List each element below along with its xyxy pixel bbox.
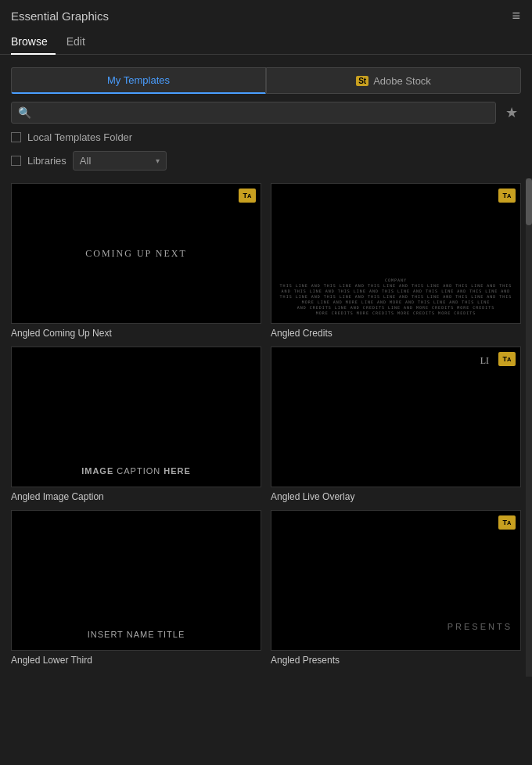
template-thumbnail: PRESENTS TA [271,510,521,651]
template-name: Angled Presents [271,655,521,666]
thumb-label: PRESENTS [448,622,512,631]
adobe-stock-button[interactable]: St Adobe Stock [266,67,521,94]
chevron-down-icon: ▾ [156,156,160,165]
template-badge: TA [239,189,256,203]
stock-badge: St [356,76,368,86]
template-name: Angled Image Caption [11,491,261,502]
thumb-label: LI [480,355,489,367]
app-title: Essential Graphics [11,9,109,23]
template-thumbnail: LI TA [271,347,521,487]
list-item[interactable]: COMING UP NEXT TA Angled Coming Up Next [11,183,261,339]
tab-bar: Browse Edit [0,31,532,55]
libraries-dropdown-value: All [80,155,151,167]
template-name: Angled Live Overlay [271,491,521,502]
template-name: Angled Credits [271,328,521,339]
libraries-checkbox[interactable] [11,156,21,166]
list-item[interactable]: COMPANY THIS LINE AND THIS LINE AND THIS… [271,183,521,339]
list-item[interactable]: INSERT NAME TITLE Angled Lower Third [11,510,261,666]
local-templates-filter: Local Templates Folder [0,127,532,148]
template-thumbnail: INSERT NAME TITLE [11,510,261,651]
template-name: Angled Coming Up Next [11,328,261,339]
list-item[interactable]: LI TA Angled Live Overlay [271,347,521,502]
search-icon: 🔍 [18,106,31,119]
libraries-filter: Libraries All ▾ [0,148,532,178]
local-templates-label: Local Templates Folder [27,131,132,143]
search-input[interactable] [36,107,489,119]
template-grid: COMING UP NEXT TA Angled Coming Up Next … [0,178,532,677]
template-source-toggle: My Templates St Adobe Stock [0,63,532,99]
template-badge: TA [498,352,516,366]
libraries-dropdown[interactable]: All ▾ [73,151,167,171]
template-badge: TA [498,189,516,203]
template-thumbnail: IMAGE CAPTION HERE [11,347,261,487]
my-templates-button[interactable]: My Templates [11,67,266,94]
header: Essential Graphics ≡ [0,0,532,31]
favorites-button[interactable]: ★ [502,102,521,123]
local-templates-checkbox[interactable] [11,132,21,142]
list-item[interactable]: PRESENTS TA Angled Presents [271,510,521,666]
tab-browse[interactable]: Browse [11,31,56,54]
thumb-label: COMING UP NEXT [85,248,187,260]
template-thumbnail: COMING UP NEXT TA [11,183,261,324]
menu-icon[interactable]: ≡ [512,8,521,24]
thumb-label: INSERT NAME TITLE [88,630,185,639]
search-bar: 🔍 ★ [0,99,532,127]
scrollbar-thumb[interactable] [526,178,532,225]
libraries-label: Libraries [27,155,66,167]
list-item[interactable]: IMAGE CAPTION HERE Angled Image Caption [11,347,261,502]
thumb-label: IMAGE CAPTION HERE [81,466,191,476]
template-thumbnail: COMPANY THIS LINE AND THIS LINE AND THIS… [271,183,521,324]
scrollbar-track[interactable] [526,178,532,677]
template-name: Angled Lower Third [11,655,261,666]
template-badge: TA [498,515,516,530]
search-input-wrapper[interactable]: 🔍 [11,102,496,124]
tab-edit[interactable]: Edit [66,31,93,54]
